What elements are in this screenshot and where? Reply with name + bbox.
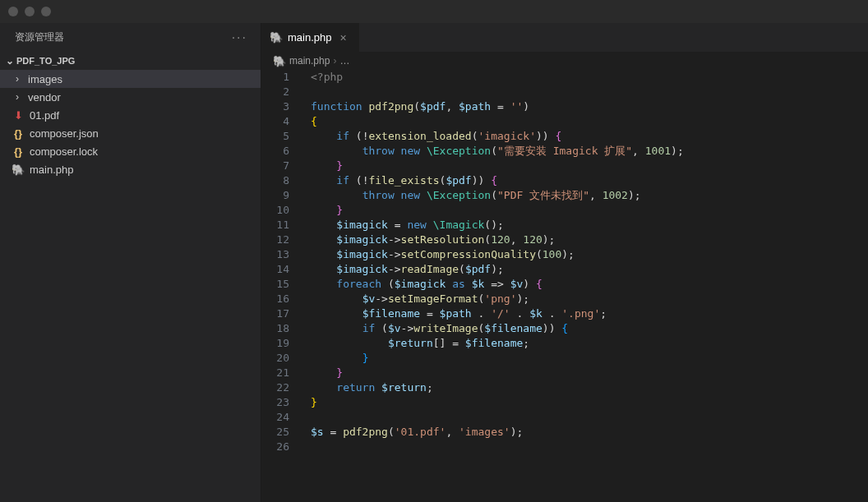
traffic-zoom[interactable] [41, 7, 51, 16]
chevron-down-icon: ⌄ [3, 55, 16, 67]
line-gutter: 1234567891011121314151617181920212223242… [261, 70, 301, 502]
explorer-sidebar: 资源管理器 ··· ⌄ PDF_TO_JPG › images › vendor… [0, 23, 261, 502]
explorer-header: 资源管理器 ··· [0, 23, 261, 52]
chevron-right-icon: › [12, 91, 23, 103]
tree-folder-images[interactable]: › images [0, 70, 261, 88]
tree-item-label: 01.pdf [30, 109, 59, 122]
editor-tabs: 🐘 main.php × [261, 23, 868, 52]
php-icon: 🐘 [270, 31, 283, 44]
tree-item-label: composer.json [30, 127, 99, 140]
breadcrumb-trail: … [339, 55, 349, 67]
project-header[interactable]: ⌄ PDF_TO_JPG [0, 52, 261, 70]
tree-file-main-php[interactable]: 🐘 main.php [0, 160, 261, 178]
more-icon[interactable]: ··· [232, 30, 251, 45]
tab-main-php[interactable]: 🐘 main.php × [261, 23, 360, 52]
json-icon: {} [12, 127, 25, 140]
editor-pane: 🐘 main.php × 🐘 main.php › … 123456789101… [261, 23, 868, 502]
code-editor[interactable]: 1234567891011121314151617181920212223242… [261, 70, 868, 502]
breadcrumb-file: main.php [289, 55, 330, 67]
tab-label: main.php [288, 31, 331, 44]
window-titlebar [0, 0, 868, 23]
breadcrumb[interactable]: 🐘 main.php › … [261, 52, 868, 70]
traffic-close[interactable] [8, 7, 18, 16]
explorer-title: 资源管理器 [15, 30, 64, 44]
tree-folder-vendor[interactable]: › vendor [0, 88, 261, 106]
tree-item-label: main.php [30, 163, 73, 176]
code-content[interactable]: <?phpfunction pdf2png($pdf, $path = ''){… [301, 70, 868, 502]
pdf-icon: ⬇ [12, 109, 25, 122]
chevron-right-icon: › [12, 73, 23, 85]
close-icon[interactable]: × [336, 31, 346, 44]
tree-item-label: images [28, 73, 62, 85]
json-icon: {} [12, 145, 25, 158]
php-icon: 🐘 [273, 55, 286, 67]
php-icon: 🐘 [12, 163, 25, 176]
file-tree: › images › vendor ⬇ 01.pdf {} composer.j… [0, 70, 261, 178]
tree-file-pdf[interactable]: ⬇ 01.pdf [0, 106, 261, 124]
tree-item-label: vendor [28, 91, 61, 104]
chevron-right-icon: › [333, 55, 336, 67]
traffic-minimize[interactable] [25, 7, 35, 16]
tree-item-label: composer.lock [30, 145, 98, 158]
tree-file-composer-json[interactable]: {} composer.json [0, 124, 261, 142]
tree-file-composer-lock[interactable]: {} composer.lock [0, 142, 261, 160]
project-name: PDF_TO_JPG [16, 56, 75, 66]
